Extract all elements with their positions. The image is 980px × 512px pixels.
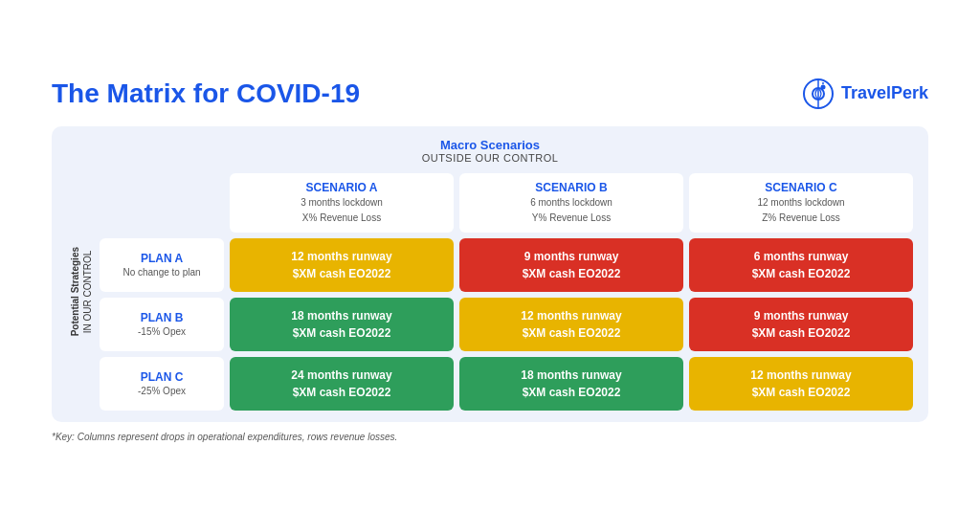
scenario-c-title: SCENARIO C [765,181,836,194]
svg-point-3 [820,84,825,89]
scenario-c-line1: 12 months lockdown [757,196,844,210]
plan-a-result-b-line2: $XM cash EO2022 [523,265,621,282]
macro-subtitle: OUTSIDE OUR CONTROL [67,152,913,164]
scenario-a-title: SCENARIO A [306,181,378,194]
plan-c-result-a-line2: $XM cash EO2022 [293,384,391,401]
plan-b-label: PLAN B -15% Opex [100,298,224,351]
plan-b-row: PLAN B -15% Opex 18 months runway $XM ca… [100,298,913,351]
plan-c-sub: -25% Opex [138,386,186,396]
side-label-bold: Potential Strategies [70,247,80,336]
scenario-b-line2: Y% Revenue Loss [532,211,611,225]
plan-a-result-a: 12 months runway $XM cash EO2022 [230,238,454,292]
plan-c-result-b: 18 months runway $XM cash EO2022 [459,357,683,411]
scenario-b-line1: 6 months lockdown [530,196,612,210]
plan-a-row: PLAN A No change to plan 12 months runwa… [100,238,913,292]
scenario-header-row: SCENARIO A 3 months lockdown X% Revenue … [100,173,913,233]
plan-c-label: PLAN C -25% Opex [100,357,224,411]
plan-c-result-c-line1: 12 months runway [750,367,851,384]
plan-b-result-b-line2: $XM cash EO2022 [523,324,621,342]
side-label-sub: IN OUR CONTROL [82,250,93,333]
plan-b-result-a: 18 months runway $XM cash EO2022 [230,298,454,351]
plan-c-result-a: 24 months runway $XM cash EO2022 [230,357,454,411]
plan-b-name: PLAN B [141,311,184,324]
plan-a-label: PLAN A No change to plan [100,238,224,292]
plan-b-result-a-line1: 18 months runway [291,307,391,324]
empty-header-cell [100,173,224,233]
scenario-a-line1: 3 months lockdown [301,196,383,210]
plan-a-name: PLAN A [141,252,183,265]
scenario-b-title: SCENARIO B [535,181,607,194]
plan-a-result-b-line1: 9 months runway [524,248,619,265]
plan-a-result-a-line2: $XM cash EO2022 [293,265,391,282]
scenario-c-line2: Z% Revenue Loss [762,211,840,225]
plan-b-result-b-line1: 12 months runway [521,307,621,324]
side-label: Potential Strategies IN OUR CONTROL [69,247,94,336]
footnote: *Key: Columns represent drops in operati… [52,432,928,442]
plan-c-result-b-line2: $XM cash EO2022 [523,384,621,401]
plan-b-result-b: 12 months runway $XM cash EO2022 [459,298,683,351]
scenario-a-header: SCENARIO A 3 months lockdown X% Revenue … [230,173,454,233]
plan-a-result-b: 9 months runway $XM cash EO2022 [459,238,683,292]
plan-b-result-c-line2: $XM cash EO2022 [752,324,851,342]
page-title: The Matrix for COVID-19 [52,78,360,109]
grid-area: SCENARIO A 3 months lockdown X% Revenue … [100,173,913,411]
plan-c-name: PLAN C [141,370,184,384]
travelperk-icon [803,78,834,109]
plan-a-sub: No change to plan [122,267,200,278]
plan-a-result-a-line1: 12 months runway [291,248,391,265]
logo: TravelPerk [803,78,928,109]
plan-a-result-c-line1: 6 months runway [754,248,849,265]
plan-b-sub: -15% Opex [138,326,186,337]
plan-b-result-a-line2: $XM cash EO2022 [293,324,391,342]
matrix-container: Potential Strategies IN OUR CONTROL SCEN… [67,173,913,411]
plan-a-result-c-line2: $XM cash EO2022 [752,265,851,282]
matrix-wrapper: Macro Scenarios OUTSIDE OUR CONTROL Pote… [52,126,928,422]
macro-title: Macro Scenarios [67,138,913,152]
plan-b-result-c-line1: 9 months runway [754,307,849,324]
macro-header: Macro Scenarios OUTSIDE OUR CONTROL [67,138,913,164]
plan-a-result-c: 6 months runway $XM cash EO2022 [689,238,913,292]
side-label-area: Potential Strategies IN OUR CONTROL [67,173,96,411]
logo-text: TravelPerk [841,83,928,103]
scenario-a-line2: X% Revenue Loss [302,211,381,225]
plan-c-result-c: 12 months runway $XM cash EO2022 [689,357,913,411]
plan-c-result-b-line1: 18 months runway [521,367,621,384]
plan-c-row: PLAN C -25% Opex 24 months runway $XM ca… [100,357,913,411]
scenario-c-header: SCENARIO C 12 months lockdown Z% Revenue… [689,173,913,233]
plan-b-result-c: 9 months runway $XM cash EO2022 [689,298,913,351]
main-card: The Matrix for COVID-19 TravelPerk Macro… [21,56,959,457]
header: The Matrix for COVID-19 TravelPerk [52,78,928,109]
plan-c-result-a-line1: 24 months runway [291,367,391,384]
plan-c-result-c-line2: $XM cash EO2022 [752,384,851,401]
scenario-b-header: SCENARIO B 6 months lockdown Y% Revenue … [459,173,683,233]
